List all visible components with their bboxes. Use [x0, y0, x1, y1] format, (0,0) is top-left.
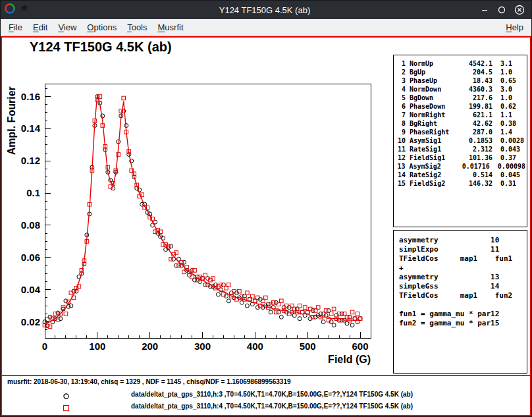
menubar: FileEditViewOptionsToolsMusrfit Help	[1, 19, 531, 36]
param-row: 7NormRight621.11.1	[395, 111, 525, 119]
menu-item-musrfit[interactable]: Musrfit	[153, 20, 189, 34]
close-button[interactable]	[514, 5, 525, 15]
menu-item-tools[interactable]: Tools	[122, 20, 152, 34]
legend-entries: data/deltat_pta_gps_3110,h:3 ,T0=4.50K,T…	[2, 389, 530, 412]
x-axis-title: Field (G)	[328, 354, 371, 365]
window-title: Y124 TF150G 4.5K (ab)	[84, 5, 446, 15]
svg-text:100: 100	[89, 341, 105, 352]
svg-text:0.06: 0.06	[21, 252, 40, 263]
parameter-box: 1NormUp4542.13.12BgUp204.51.03PhaseUp18.…	[393, 55, 527, 227]
maximize-button[interactable]	[497, 5, 506, 14]
param-row: 2BgUp204.51.0	[395, 68, 525, 76]
theory-box: asymmetry 10 simplExpo 11 TFieldCos map1…	[393, 230, 527, 374]
svg-text:600: 600	[352, 341, 369, 352]
pin-icon	[19, 4, 28, 16]
legend-entry-label: data/deltat_pta_gps_3110,h:3 ,T0=4.50K,T…	[131, 391, 413, 398]
param-row: 14RateSig20.5140.045	[395, 171, 525, 179]
svg-text:0.02: 0.02	[21, 316, 40, 327]
param-row: 10AsymSig10.18530.0028	[395, 136, 525, 145]
titlebar-icons	[1, 3, 84, 16]
param-row: 8BgRight42.620.38	[395, 119, 525, 128]
param-row: 3PhaseUp18.430.65	[395, 76, 525, 85]
menubar-items: FileEditViewOptionsToolsMusrfit	[3, 20, 189, 34]
menu-item-view[interactable]: View	[53, 20, 82, 34]
param-row: 12FieldSig1101.360.37	[395, 153, 525, 162]
menu-item-options[interactable]: Options	[82, 20, 122, 34]
svg-text:400: 400	[247, 341, 263, 352]
series-squares	[43, 95, 362, 329]
series-circles	[43, 95, 362, 328]
svg-text:0: 0	[42, 341, 47, 352]
svg-text:0.12: 0.12	[21, 155, 40, 166]
minimize-button[interactable]	[480, 5, 489, 14]
fit-info: musrfit: 2018-06-30, 13:19:40, chisq = 1…	[7, 378, 291, 385]
plot-axes	[45, 84, 371, 338]
svg-text:0.1: 0.1	[26, 187, 40, 198]
legend-entry-label: data/deltat_pta_gps_3110,h:4 ,T0=4.50K,T…	[131, 403, 413, 410]
svg-text:200: 200	[142, 341, 158, 352]
legend-pad: musrfit: 2018-06-30, 13:19:40, chisq = 1…	[2, 376, 530, 414]
app-window: Y124 TF150G 4.5K (ab) FileEditViewOption…	[0, 0, 532, 417]
svg-text:0.16: 0.16	[21, 91, 40, 102]
titlebar-buttons	[446, 5, 531, 15]
menu-item-help[interactable]: Help	[500, 20, 529, 34]
fourier-plot[interactable]: 01002003004005006000.020.040.060.080.10.…	[2, 38, 390, 375]
svg-text:0.04: 0.04	[21, 284, 41, 295]
square-marker-icon	[63, 403, 70, 414]
svg-text:0.14: 0.14	[21, 123, 41, 134]
param-row: 9PhaseRight287.01.4	[395, 128, 525, 136]
svg-text:300: 300	[194, 341, 211, 352]
param-row: 15FieldSig2146.320.31	[395, 179, 525, 188]
app-icon	[5, 3, 15, 16]
fit-line	[45, 95, 360, 323]
param-row: 5BgDown217.61.0	[395, 94, 525, 102]
svg-text:0.08: 0.08	[21, 219, 40, 231]
axis-labels: 01002003004005006000.020.040.060.080.10.…	[6, 86, 371, 365]
param-row: 4NormDown4360.33.0	[395, 85, 525, 94]
svg-text:500: 500	[300, 341, 316, 352]
menu-item-edit[interactable]: Edit	[28, 20, 53, 34]
legend-entry: data/deltat_pta_gps_3110,h:3 ,T0=4.50K,T…	[2, 389, 530, 401]
titlebar[interactable]: Y124 TF150G 4.5K (ab)	[1, 1, 531, 19]
param-row: 1NormUp4542.13.1	[395, 59, 525, 68]
root-canvas[interactable]: Y124 TF150G 4.5K (ab) 010020030040050060…	[1, 36, 531, 416]
y-axis-title: Ampl. Fourier	[6, 86, 17, 155]
main-pad[interactable]: Y124 TF150G 4.5K (ab) 010020030040050060…	[2, 38, 530, 376]
legend-entry: data/deltat_pta_gps_3110,h:4 ,T0=4.50K,T…	[2, 401, 530, 412]
param-row: 13AsymSig20.017160.00098	[395, 162, 525, 171]
param-row: 6PhaseDown199.810.62	[395, 102, 525, 111]
param-row: 11RateSig12.3120.043	[395, 145, 525, 153]
menu-item-file[interactable]: File	[3, 20, 28, 34]
